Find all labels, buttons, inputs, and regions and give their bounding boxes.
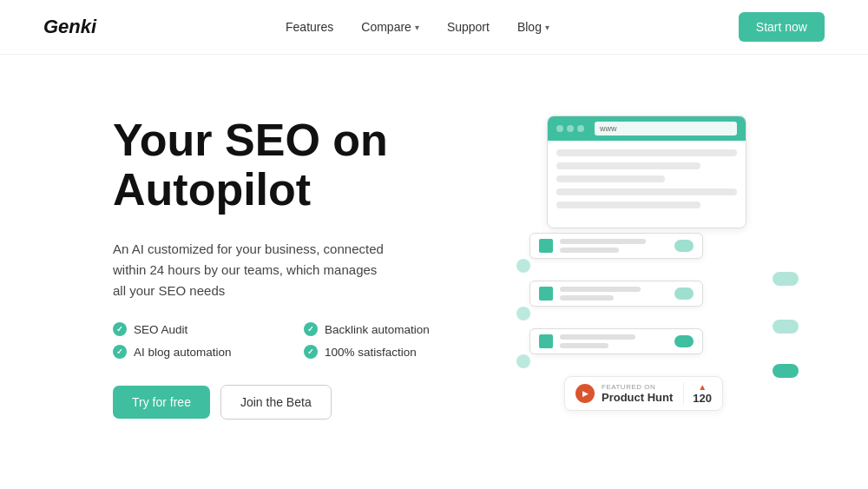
illustration-card: [529, 328, 703, 354]
decoration-orb: [516, 259, 530, 273]
nav-support[interactable]: Support: [447, 20, 490, 34]
browser-url-bar: www: [595, 122, 737, 135]
feature-satisfaction: 100% satisfaction: [304, 345, 477, 359]
card-lines: [560, 287, 667, 301]
browser-dot: [567, 125, 574, 132]
browser-line: [556, 149, 737, 156]
card-shape: [674, 287, 694, 300]
browser-mockup: www: [547, 116, 746, 228]
nav-links: Features Compare ▾ Support Blog ▾: [286, 20, 549, 34]
ph-vote-count: ▲ 120: [683, 382, 712, 405]
card-icon: [539, 287, 553, 301]
browser-line: [556, 175, 665, 182]
start-now-button[interactable]: Start now: [739, 12, 825, 42]
try-free-button[interactable]: Try for free: [113, 386, 210, 419]
feature-backlink: Backlink automation: [304, 322, 477, 336]
card-shape: [674, 335, 694, 347]
browser-content: [548, 141, 746, 223]
logo[interactable]: Genki: [43, 16, 96, 38]
features-list: SEO Audit Backlink automation AI blog au…: [113, 322, 477, 359]
nav-compare[interactable]: Compare ▾: [361, 20, 419, 34]
browser-line: [556, 188, 737, 195]
product-hunt-icon: [575, 384, 595, 403]
main-content: Your SEO on Autopilot An AI customized f…: [0, 55, 868, 472]
product-hunt-badge[interactable]: FEATURED ON Product Hunt ▲ 120: [564, 376, 723, 411]
hero-section: Your SEO on Autopilot An AI customized f…: [113, 107, 477, 420]
card-shape: [674, 240, 694, 252]
card-lines: [560, 334, 667, 348]
decoration-blob: [773, 272, 799, 286]
ph-text: FEATURED ON Product Hunt: [602, 383, 673, 404]
nav-blog[interactable]: Blog ▾: [517, 20, 549, 34]
chevron-down-icon: ▾: [545, 23, 549, 32]
decoration-orb: [516, 354, 530, 368]
browser-line: [556, 202, 700, 208]
check-icon: [113, 345, 127, 359]
hero-title: Your SEO on Autopilot: [113, 116, 477, 215]
ph-product-name: Product Hunt: [602, 391, 673, 404]
check-icon: [304, 322, 318, 336]
feature-seo-audit: SEO Audit: [113, 322, 286, 336]
decoration-blob: [773, 320, 799, 334]
illustration-card: [529, 233, 703, 259]
browser-toolbar: www: [548, 116, 746, 141]
browser-dots: [556, 125, 584, 132]
card-icon: [539, 239, 553, 253]
hero-description: An AI customized for your business, conn…: [113, 239, 391, 301]
illustration-card: [529, 281, 703, 307]
join-beta-button[interactable]: Join the Beta: [220, 385, 332, 420]
check-icon: [113, 322, 127, 336]
nav-features[interactable]: Features: [286, 20, 333, 34]
feature-blog: AI blog automation: [113, 345, 286, 359]
card-icon: [539, 334, 553, 348]
decoration-orb: [516, 307, 530, 320]
cta-buttons: Try for free Join the Beta: [113, 385, 477, 420]
check-icon: [304, 345, 318, 359]
browser-line: [556, 162, 700, 169]
browser-dot: [577, 125, 584, 132]
ph-featured-label: FEATURED ON: [602, 383, 673, 391]
chevron-down-icon: ▾: [415, 23, 419, 32]
browser-dot: [556, 125, 563, 132]
hero-illustration: www: [512, 89, 825, 437]
decoration-blob: [773, 364, 799, 378]
navbar: Genki Features Compare ▾ Support Blog ▾ …: [0, 0, 868, 55]
card-lines: [560, 239, 667, 253]
